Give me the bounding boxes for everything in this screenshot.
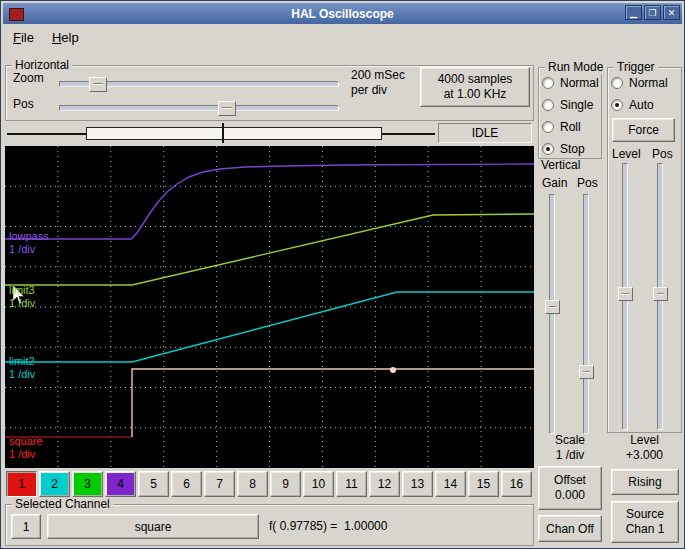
radio-single[interactable]: Single bbox=[542, 94, 602, 116]
samples-button-line1: 4000 samples bbox=[438, 72, 513, 87]
scale-value: 1 /div bbox=[538, 448, 602, 462]
radio-stop[interactable]: Stop bbox=[542, 138, 602, 160]
channel-button-11[interactable]: 11 bbox=[336, 471, 367, 497]
menu-help[interactable]: Help bbox=[43, 27, 88, 49]
scale-title: Scale bbox=[538, 433, 602, 447]
scope-display[interactable]: lowpass1 /divlimit31 /divlimit21 /divsqu… bbox=[5, 146, 534, 468]
trace-label-lowpass: lowpass1 /div bbox=[9, 230, 49, 256]
samples-button[interactable]: 4000 samples at 1.00 KHz bbox=[420, 67, 530, 107]
radio-icon[interactable] bbox=[542, 99, 554, 111]
vertical-pos-label: Pos bbox=[577, 176, 598, 190]
trace-label-limit2: limit21 /div bbox=[9, 355, 35, 381]
trigger-mode-options: NormalAuto bbox=[611, 72, 681, 116]
minimize-icon[interactable]: ▁ bbox=[625, 5, 642, 20]
vertical-pos-slider-handle[interactable] bbox=[579, 365, 594, 379]
channel-button-4[interactable]: 4 bbox=[105, 471, 136, 497]
trace-label-square: square1 /div bbox=[9, 435, 43, 461]
trace-label-limit3: limit31 /div bbox=[9, 284, 35, 310]
trigger-source-line1: Source bbox=[626, 507, 664, 522]
radio-icon[interactable] bbox=[611, 77, 623, 89]
selected-channel-frame-label: Selected Channel bbox=[12, 497, 113, 511]
radio-icon[interactable] bbox=[542, 77, 554, 89]
zoom-label: Zoom bbox=[13, 71, 44, 85]
menu-file[interactable]: File bbox=[4, 27, 43, 49]
gain-label: Gain bbox=[542, 176, 567, 190]
window-title: HAL Oscilloscope bbox=[291, 7, 393, 21]
gain-slider-handle[interactable] bbox=[545, 300, 560, 314]
scope-svg bbox=[5, 146, 534, 468]
trigger-source-button[interactable]: Source Chan 1 bbox=[611, 501, 679, 543]
radio-roll[interactable]: Roll bbox=[542, 116, 602, 138]
limit3-trace bbox=[5, 214, 534, 285]
channel-button-3[interactable]: 3 bbox=[72, 471, 103, 497]
radio-normal[interactable]: Normal bbox=[542, 72, 602, 94]
channel-button-16[interactable]: 16 bbox=[501, 471, 532, 497]
channel-button-5[interactable]: 5 bbox=[138, 471, 169, 497]
timebase-readout: 200 mSec per div bbox=[351, 68, 405, 98]
radio-icon[interactable] bbox=[542, 143, 554, 155]
offset-button[interactable]: Offset 0.000 bbox=[538, 466, 602, 510]
titlebar[interactable]: HAL Oscilloscope bbox=[3, 3, 682, 24]
trigger-position-tick bbox=[222, 123, 224, 143]
radio-label: Auto bbox=[629, 98, 654, 112]
channel-button-9[interactable]: 9 bbox=[270, 471, 301, 497]
cursor-readout: f( 0.97785) = 1.00000 bbox=[269, 519, 387, 533]
force-button[interactable]: Force bbox=[612, 118, 675, 142]
radio-icon[interactable] bbox=[542, 121, 554, 133]
pos-label: Pos bbox=[13, 97, 34, 111]
record-view-window[interactable] bbox=[86, 127, 382, 140]
zoom-slider-handle[interactable] bbox=[89, 77, 107, 92]
trigger-pos-slider-handle[interactable] bbox=[653, 287, 668, 301]
app-icon[interactable] bbox=[9, 8, 24, 21]
channel-button-7[interactable]: 7 bbox=[204, 471, 235, 497]
trigger-readout-title: Level bbox=[607, 433, 682, 447]
trigger-pos-label: Pos bbox=[652, 147, 673, 161]
channel-button-13[interactable]: 13 bbox=[402, 471, 433, 497]
radio-label: Single bbox=[560, 98, 593, 112]
vertical-section-label: Vertical bbox=[541, 158, 580, 172]
chan-off-button[interactable]: Chan Off bbox=[538, 515, 602, 542]
selected-channel-name-button[interactable]: square bbox=[47, 514, 259, 539]
channel-button-8[interactable]: 8 bbox=[237, 471, 268, 497]
status-box: IDLE bbox=[438, 123, 532, 143]
square-trace-high bbox=[132, 369, 534, 437]
pos-slider-track[interactable] bbox=[59, 105, 339, 111]
trigger-source-line2: Chan 1 bbox=[626, 522, 665, 537]
trigger-level-slider-handle[interactable] bbox=[618, 287, 633, 301]
offset-button-value: 0.000 bbox=[555, 488, 585, 503]
radio-label: Roll bbox=[560, 120, 581, 134]
trigger-edge-button[interactable]: Rising bbox=[611, 469, 679, 495]
radio-label: Normal bbox=[560, 76, 599, 90]
channel-button-1[interactable]: 1 bbox=[6, 471, 37, 497]
radio-normal[interactable]: Normal bbox=[611, 72, 681, 94]
gain-slider-track[interactable] bbox=[549, 194, 555, 434]
channel-button-2[interactable]: 2 bbox=[39, 471, 70, 497]
channel-button-15[interactable]: 15 bbox=[468, 471, 499, 497]
selected-channel-number-button[interactable]: 1 bbox=[11, 514, 41, 539]
close-icon[interactable]: ✕ bbox=[663, 5, 680, 20]
trigger-level-label: Level bbox=[612, 147, 641, 161]
channel-button-6[interactable]: 6 bbox=[171, 471, 202, 497]
run-mode-options: NormalSingleRollStop bbox=[542, 72, 602, 160]
radio-label: Stop bbox=[560, 142, 585, 156]
horizontal-frame-label: Horizontal bbox=[12, 58, 72, 72]
vertical-pos-slider-track[interactable] bbox=[583, 194, 589, 434]
channel-button-14[interactable]: 14 bbox=[435, 471, 466, 497]
maximize-icon[interactable]: ❐ bbox=[644, 5, 661, 20]
app-window: HAL Oscilloscope ▁ ❐ ✕ File Help Horizon… bbox=[0, 0, 685, 549]
titlebar-buttons: ▁ ❐ ✕ bbox=[625, 5, 680, 20]
trigger-point-marker bbox=[390, 367, 396, 373]
trigger-readout-value: +3.000 bbox=[607, 448, 682, 462]
radio-icon[interactable] bbox=[611, 99, 623, 111]
offset-button-label: Offset bbox=[554, 473, 586, 488]
radio-label: Normal bbox=[629, 76, 668, 90]
timebase-value: 200 mSec bbox=[351, 68, 405, 83]
samples-button-line2: at 1.00 KHz bbox=[444, 87, 507, 102]
pos-slider-handle[interactable] bbox=[218, 101, 236, 116]
menubar: File Help bbox=[4, 27, 88, 49]
timebase-unit: per div bbox=[351, 83, 405, 98]
radio-auto[interactable]: Auto bbox=[611, 94, 681, 116]
channel-button-10[interactable]: 10 bbox=[303, 471, 334, 497]
channel-button-12[interactable]: 12 bbox=[369, 471, 400, 497]
